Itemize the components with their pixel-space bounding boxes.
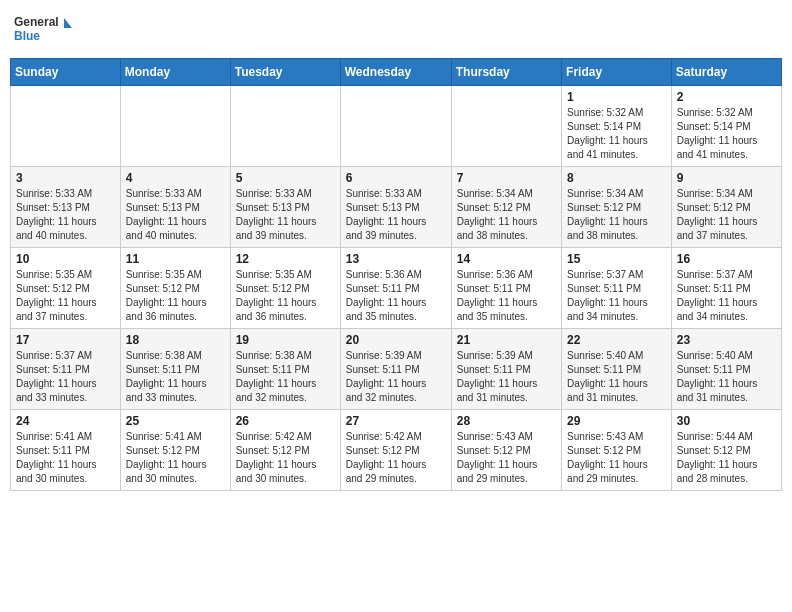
day-number: 9 <box>677 171 776 185</box>
svg-marker-2 <box>64 18 72 28</box>
day-info: Sunrise: 5:34 AM Sunset: 5:12 PM Dayligh… <box>677 187 776 243</box>
day-number: 4 <box>126 171 225 185</box>
calendar-cell: 1Sunrise: 5:32 AM Sunset: 5:14 PM Daylig… <box>562 86 672 167</box>
day-number: 19 <box>236 333 335 347</box>
calendar-cell: 26Sunrise: 5:42 AM Sunset: 5:12 PM Dayli… <box>230 410 340 491</box>
day-number: 5 <box>236 171 335 185</box>
weekday-header-saturday: Saturday <box>671 59 781 86</box>
day-number: 30 <box>677 414 776 428</box>
day-info: Sunrise: 5:41 AM Sunset: 5:11 PM Dayligh… <box>16 430 115 486</box>
weekday-header-tuesday: Tuesday <box>230 59 340 86</box>
calendar-week-row: 1Sunrise: 5:32 AM Sunset: 5:14 PM Daylig… <box>11 86 782 167</box>
svg-text:General: General <box>14 15 59 29</box>
calendar-cell: 27Sunrise: 5:42 AM Sunset: 5:12 PM Dayli… <box>340 410 451 491</box>
calendar-cell: 8Sunrise: 5:34 AM Sunset: 5:12 PM Daylig… <box>562 167 672 248</box>
calendar-cell: 21Sunrise: 5:39 AM Sunset: 5:11 PM Dayli… <box>451 329 561 410</box>
calendar-header-row: SundayMondayTuesdayWednesdayThursdayFrid… <box>11 59 782 86</box>
calendar-cell: 24Sunrise: 5:41 AM Sunset: 5:11 PM Dayli… <box>11 410 121 491</box>
day-info: Sunrise: 5:36 AM Sunset: 5:11 PM Dayligh… <box>346 268 446 324</box>
day-info: Sunrise: 5:39 AM Sunset: 5:11 PM Dayligh… <box>346 349 446 405</box>
day-info: Sunrise: 5:33 AM Sunset: 5:13 PM Dayligh… <box>16 187 115 243</box>
calendar-cell <box>340 86 451 167</box>
calendar-cell: 15Sunrise: 5:37 AM Sunset: 5:11 PM Dayli… <box>562 248 672 329</box>
calendar-cell: 12Sunrise: 5:35 AM Sunset: 5:12 PM Dayli… <box>230 248 340 329</box>
day-number: 13 <box>346 252 446 266</box>
calendar-cell: 30Sunrise: 5:44 AM Sunset: 5:12 PM Dayli… <box>671 410 781 491</box>
weekday-header-friday: Friday <box>562 59 672 86</box>
day-number: 15 <box>567 252 666 266</box>
weekday-header-wednesday: Wednesday <box>340 59 451 86</box>
day-number: 24 <box>16 414 115 428</box>
day-number: 11 <box>126 252 225 266</box>
day-number: 28 <box>457 414 556 428</box>
day-number: 8 <box>567 171 666 185</box>
day-info: Sunrise: 5:37 AM Sunset: 5:11 PM Dayligh… <box>567 268 666 324</box>
day-number: 10 <box>16 252 115 266</box>
calendar-cell: 11Sunrise: 5:35 AM Sunset: 5:12 PM Dayli… <box>120 248 230 329</box>
day-info: Sunrise: 5:38 AM Sunset: 5:11 PM Dayligh… <box>236 349 335 405</box>
day-number: 18 <box>126 333 225 347</box>
calendar-cell: 18Sunrise: 5:38 AM Sunset: 5:11 PM Dayli… <box>120 329 230 410</box>
day-number: 2 <box>677 90 776 104</box>
day-number: 23 <box>677 333 776 347</box>
calendar-week-row: 3Sunrise: 5:33 AM Sunset: 5:13 PM Daylig… <box>11 167 782 248</box>
calendar-cell: 6Sunrise: 5:33 AM Sunset: 5:13 PM Daylig… <box>340 167 451 248</box>
svg-text:Blue: Blue <box>14 29 40 43</box>
day-number: 21 <box>457 333 556 347</box>
calendar-cell: 20Sunrise: 5:39 AM Sunset: 5:11 PM Dayli… <box>340 329 451 410</box>
day-info: Sunrise: 5:39 AM Sunset: 5:11 PM Dayligh… <box>457 349 556 405</box>
day-number: 12 <box>236 252 335 266</box>
day-number: 27 <box>346 414 446 428</box>
weekday-header-monday: Monday <box>120 59 230 86</box>
day-info: Sunrise: 5:37 AM Sunset: 5:11 PM Dayligh… <box>16 349 115 405</box>
day-info: Sunrise: 5:40 AM Sunset: 5:11 PM Dayligh… <box>677 349 776 405</box>
page-header: General Blue <box>10 10 782 50</box>
calendar-cell: 16Sunrise: 5:37 AM Sunset: 5:11 PM Dayli… <box>671 248 781 329</box>
calendar-cell: 2Sunrise: 5:32 AM Sunset: 5:14 PM Daylig… <box>671 86 781 167</box>
day-number: 3 <box>16 171 115 185</box>
calendar-cell <box>120 86 230 167</box>
weekday-header-sunday: Sunday <box>11 59 121 86</box>
day-info: Sunrise: 5:34 AM Sunset: 5:12 PM Dayligh… <box>457 187 556 243</box>
calendar-cell: 7Sunrise: 5:34 AM Sunset: 5:12 PM Daylig… <box>451 167 561 248</box>
calendar-cell: 4Sunrise: 5:33 AM Sunset: 5:13 PM Daylig… <box>120 167 230 248</box>
day-info: Sunrise: 5:33 AM Sunset: 5:13 PM Dayligh… <box>346 187 446 243</box>
day-number: 26 <box>236 414 335 428</box>
calendar-cell: 28Sunrise: 5:43 AM Sunset: 5:12 PM Dayli… <box>451 410 561 491</box>
calendar-cell: 25Sunrise: 5:41 AM Sunset: 5:12 PM Dayli… <box>120 410 230 491</box>
calendar-cell: 17Sunrise: 5:37 AM Sunset: 5:11 PM Dayli… <box>11 329 121 410</box>
day-info: Sunrise: 5:40 AM Sunset: 5:11 PM Dayligh… <box>567 349 666 405</box>
day-info: Sunrise: 5:35 AM Sunset: 5:12 PM Dayligh… <box>16 268 115 324</box>
day-info: Sunrise: 5:35 AM Sunset: 5:12 PM Dayligh… <box>126 268 225 324</box>
calendar-cell: 10Sunrise: 5:35 AM Sunset: 5:12 PM Dayli… <box>11 248 121 329</box>
day-info: Sunrise: 5:42 AM Sunset: 5:12 PM Dayligh… <box>346 430 446 486</box>
day-number: 25 <box>126 414 225 428</box>
calendar-table: SundayMondayTuesdayWednesdayThursdayFrid… <box>10 58 782 491</box>
day-info: Sunrise: 5:44 AM Sunset: 5:12 PM Dayligh… <box>677 430 776 486</box>
day-number: 22 <box>567 333 666 347</box>
day-info: Sunrise: 5:37 AM Sunset: 5:11 PM Dayligh… <box>677 268 776 324</box>
calendar-cell: 29Sunrise: 5:43 AM Sunset: 5:12 PM Dayli… <box>562 410 672 491</box>
day-info: Sunrise: 5:33 AM Sunset: 5:13 PM Dayligh… <box>126 187 225 243</box>
day-info: Sunrise: 5:41 AM Sunset: 5:12 PM Dayligh… <box>126 430 225 486</box>
calendar-cell: 14Sunrise: 5:36 AM Sunset: 5:11 PM Dayli… <box>451 248 561 329</box>
day-info: Sunrise: 5:32 AM Sunset: 5:14 PM Dayligh… <box>567 106 666 162</box>
day-number: 16 <box>677 252 776 266</box>
logo-svg: General Blue <box>14 10 74 50</box>
day-number: 20 <box>346 333 446 347</box>
calendar-week-row: 10Sunrise: 5:35 AM Sunset: 5:12 PM Dayli… <box>11 248 782 329</box>
day-info: Sunrise: 5:43 AM Sunset: 5:12 PM Dayligh… <box>567 430 666 486</box>
day-number: 1 <box>567 90 666 104</box>
day-info: Sunrise: 5:36 AM Sunset: 5:11 PM Dayligh… <box>457 268 556 324</box>
day-number: 29 <box>567 414 666 428</box>
day-info: Sunrise: 5:42 AM Sunset: 5:12 PM Dayligh… <box>236 430 335 486</box>
calendar-cell: 3Sunrise: 5:33 AM Sunset: 5:13 PM Daylig… <box>11 167 121 248</box>
day-number: 14 <box>457 252 556 266</box>
day-info: Sunrise: 5:38 AM Sunset: 5:11 PM Dayligh… <box>126 349 225 405</box>
calendar-cell <box>11 86 121 167</box>
weekday-header-thursday: Thursday <box>451 59 561 86</box>
calendar-cell: 19Sunrise: 5:38 AM Sunset: 5:11 PM Dayli… <box>230 329 340 410</box>
calendar-week-row: 24Sunrise: 5:41 AM Sunset: 5:11 PM Dayli… <box>11 410 782 491</box>
day-info: Sunrise: 5:32 AM Sunset: 5:14 PM Dayligh… <box>677 106 776 162</box>
calendar-week-row: 17Sunrise: 5:37 AM Sunset: 5:11 PM Dayli… <box>11 329 782 410</box>
